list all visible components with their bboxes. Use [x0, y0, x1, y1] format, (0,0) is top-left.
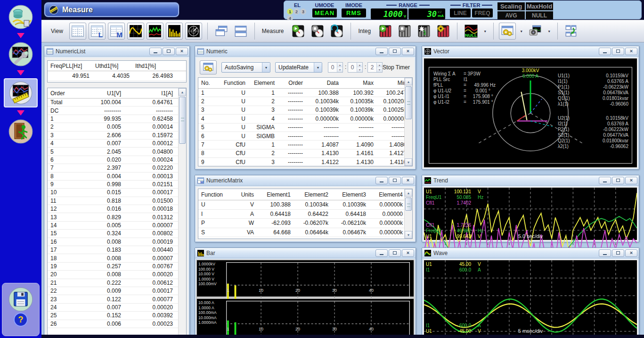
mdi-workspace: NumericList × FreqPLL[Hz]Uthd1[%]Ithd1[%…	[41, 42, 644, 335]
minimize-button[interactable]	[599, 249, 611, 257]
readout-label: φ U1-U2	[433, 88, 464, 93]
integ-stop-button[interactable]	[396, 23, 413, 40]
numeric-list-titlebar[interactable]: NumericList ×	[44, 46, 189, 57]
view-numeric-list-button[interactable]: L	[89, 23, 106, 40]
sidebar-step-exit[interactable]	[8, 118, 34, 145]
scrollbar-thumb[interactable]	[405, 198, 412, 211]
minimize-button[interactable]	[599, 177, 611, 184]
wave-titlebar[interactable]: Wave ×	[422, 248, 639, 258]
scale-label: 1.0000mA	[198, 320, 226, 325]
integ-start-button[interactable]	[377, 23, 394, 40]
sidebar-step-measure[interactable]	[4, 78, 38, 107]
view-numeric-matrix-button[interactable]: M	[108, 23, 125, 40]
view-wave-button[interactable]	[127, 23, 144, 40]
spin-up-icon[interactable]: ▲	[337, 63, 342, 67]
sidebar-step-interface[interactable]	[8, 4, 34, 30]
table-row: 170.1830.00440	[48, 246, 178, 254]
close-button[interactable]: ×	[176, 48, 188, 55]
stop-timer-button[interactable]: Stop Timer	[383, 64, 410, 71]
table-cell: 0.257	[72, 263, 124, 270]
numeric-matrix-titlebar[interactable]: M NumericMatrix ×	[195, 175, 416, 186]
view-vector-button[interactable]	[185, 23, 202, 40]
scroll-up-icon[interactable]: ▲	[179, 88, 186, 96]
null-dropdown-caret[interactable]: ▼	[482, 23, 488, 40]
scroll-down-icon[interactable]: ▼	[405, 231, 412, 239]
scroll-down-icon[interactable]: ▼	[405, 158, 412, 166]
timer-seconds-stepper[interactable]: 2 ▲▼	[367, 62, 383, 73]
minimize-button[interactable]	[375, 48, 388, 55]
close-button[interactable]: ×	[625, 177, 637, 184]
bar-titlebar[interactable]: Bar ×	[195, 248, 416, 258]
autosaving-select[interactable]: AutoSaving ▼	[221, 62, 270, 73]
restore-button[interactable]	[612, 249, 624, 257]
restore-button[interactable]	[612, 48, 624, 55]
close-button[interactable]: ×	[402, 249, 414, 257]
view-trend-button[interactable]	[147, 23, 163, 40]
readout-label: Q1(1)	[558, 96, 579, 101]
measure-stop-button[interactable]	[309, 23, 326, 40]
app-window: ? Measure EL 1 2 3 4 UMODE	[0, 0, 644, 338]
table-cell: 100.388	[257, 201, 293, 208]
measure-start-button[interactable]	[290, 23, 307, 40]
spin-up-icon[interactable]: ▲	[357, 63, 362, 67]
minimize-button[interactable]	[375, 177, 388, 184]
minimize-button[interactable]	[375, 249, 388, 257]
numeric-scrollbar[interactable]: ▲ ▼	[404, 78, 412, 166]
restore-button[interactable]	[389, 249, 401, 257]
minimize-button[interactable]	[599, 48, 611, 55]
null-toggle-button[interactable]: NULL	[463, 23, 480, 40]
arrange-export-button[interactable]	[563, 23, 580, 40]
scroll-up-icon[interactable]: ▲	[405, 189, 412, 197]
cascade-windows-button[interactable]	[213, 23, 230, 40]
trend-titlebar[interactable]: Trend ×	[422, 175, 639, 186]
close-button[interactable]: ×	[402, 177, 414, 184]
cascade-windows-icon	[215, 25, 228, 38]
restore-button[interactable]	[163, 48, 175, 55]
readout-value: 0.06478kVA	[579, 90, 628, 95]
table-cell: --------	[306, 124, 342, 131]
app-settings-button[interactable]	[499, 23, 516, 40]
save-button[interactable]	[8, 286, 34, 313]
restore-button[interactable]	[389, 48, 401, 55]
spin-up-icon[interactable]: ▲	[377, 63, 382, 67]
view-bar-button[interactable]	[166, 23, 183, 40]
spin-down-icon[interactable]: ▼	[377, 67, 382, 72]
scrollbar-thumb[interactable]	[179, 97, 186, 144]
integ-reset-button[interactable]	[416, 23, 432, 40]
measure-reset-button[interactable]	[328, 23, 345, 40]
numeric-titlebar[interactable]: Numeric ×	[195, 46, 416, 57]
restore-button[interactable]	[389, 177, 401, 184]
close-button[interactable]: ×	[625, 249, 637, 257]
minimize-button[interactable]	[149, 48, 162, 55]
screen-capture-button[interactable]	[527, 23, 544, 40]
harmonics-scrollbar[interactable]: ▲ ▼	[178, 88, 186, 335]
vector-titlebar[interactable]: Vector ×	[422, 46, 639, 57]
spin-down-icon[interactable]: ▼	[357, 67, 362, 72]
measure-mode-banner[interactable]: Measure	[44, 2, 179, 17]
close-button[interactable]: ×	[625, 48, 637, 55]
axis-tick-label: 1	[227, 327, 229, 331]
numeric-settings-button[interactable]	[200, 60, 217, 74]
integ-settings-button[interactable]	[435, 23, 452, 40]
table-cell: 10	[48, 189, 72, 196]
close-button[interactable]: ×	[402, 48, 414, 55]
view-numeric-button[interactable]	[69, 23, 86, 40]
table-cell: 1.4130	[342, 159, 376, 165]
table-cell: 0.020	[72, 157, 124, 163]
signal-sn: FreqU1	[426, 195, 446, 200]
timer-hours-stepper[interactable]: 0 ▲▼	[328, 62, 343, 73]
updaterate-select[interactable]: UpdateRate ▼	[275, 62, 322, 73]
tile-windows-button[interactable]	[232, 23, 249, 40]
capture-dropdown-caret[interactable]: ▼	[546, 23, 552, 40]
timer-minutes-stepper[interactable]: 0 ▲▼	[348, 62, 363, 73]
scrollbar-thumb[interactable]	[405, 86, 412, 119]
sidebar-step-setup[interactable]	[8, 41, 34, 67]
restore-button[interactable]	[612, 177, 624, 184]
spin-down-icon[interactable]: ▼	[337, 67, 342, 72]
table-row: 180.0080.00007	[48, 254, 178, 262]
help-button[interactable]: ?	[14, 313, 28, 327]
readout-row: Wiring Σ A= 3P3W	[433, 71, 528, 76]
scroll-up-icon[interactable]: ▲	[405, 78, 412, 85]
matrix-scrollbar[interactable]: ▲ ▼	[404, 189, 412, 239]
settings-dropdown-caret[interactable]: ▼	[518, 23, 524, 40]
